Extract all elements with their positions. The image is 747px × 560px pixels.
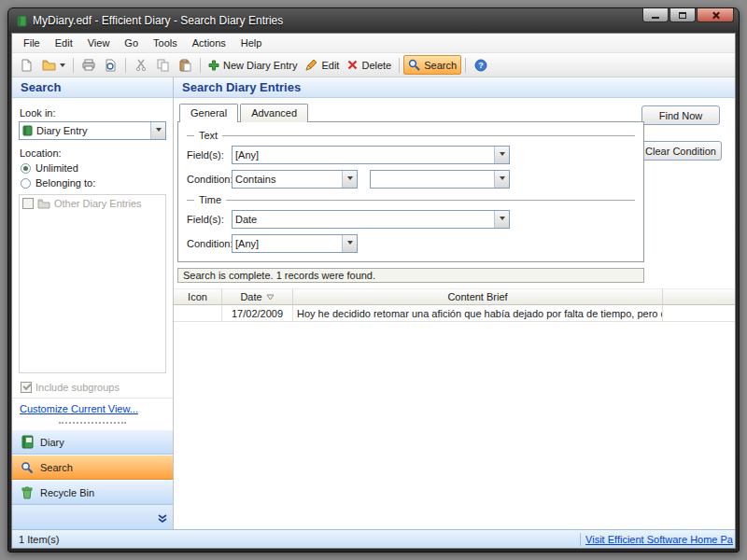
- items-count: 1 Item(s): [19, 534, 575, 545]
- radio-belonging-to[interactable]: Belonging to:: [21, 177, 166, 189]
- diary-book-icon: [22, 125, 33, 136]
- general-tab-panel: Text Field(s): [Any] Condition:: [177, 121, 644, 262]
- paste-button[interactable]: [175, 55, 196, 75]
- dropdown-arrow-icon: [342, 235, 357, 252]
- text-group-label: Text: [199, 130, 218, 141]
- sidebar: Search Look in: Diary Entry Location:: [12, 77, 174, 529]
- configure-buttons-chevron-icon[interactable]: [157, 513, 168, 525]
- search-tabs: General Advanced: [179, 103, 735, 121]
- dropdown-arrow-icon: [342, 171, 357, 188]
- customize-current-view-link[interactable]: Customize Current View...: [20, 403, 138, 414]
- app-icon: [16, 15, 28, 27]
- search-magnifier-icon: [408, 59, 420, 71]
- entry-date-cell: 17/02/2009: [222, 305, 293, 321]
- paste-clipboard-icon: [179, 59, 191, 72]
- dropdown-arrow-icon: [494, 147, 509, 163]
- panel-resize-grip[interactable]: [59, 422, 126, 424]
- column-header-date[interactable]: Date: [222, 289, 293, 305]
- window-title: MyDiary.edf - Efficient Diary - Search D…: [33, 14, 283, 27]
- customize-view-row: Customize Current View...: [12, 398, 173, 417]
- delete-x-icon: [347, 60, 358, 70]
- dropdown-arrow-icon: [494, 211, 509, 228]
- toolbar-separator: [465, 58, 466, 73]
- text-group-header: Text: [187, 130, 635, 141]
- column-header-icon[interactable]: Icon: [174, 289, 222, 305]
- home-page-link[interactable]: Visit Efficient Software Home Pa: [585, 534, 733, 545]
- help-button[interactable]: ?: [470, 55, 491, 75]
- gray-folder-icon: [37, 198, 50, 209]
- tab-advanced[interactable]: Advanced: [240, 104, 308, 122]
- content: Search Look in: Diary Entry Location:: [12, 77, 735, 529]
- time-fields-combobox[interactable]: Date: [232, 210, 510, 229]
- text-condition-combobox[interactable]: Contains: [232, 170, 358, 189]
- clear-condition-button[interactable]: Clear Condition: [640, 141, 722, 161]
- menu-tools[interactable]: Tools: [146, 35, 185, 51]
- entry-content-cell: Hoy he decidido retomar una afición que …: [293, 305, 663, 321]
- table-row[interactable]: 17/02/2009 Hoy he decidido retomar una a…: [174, 305, 735, 322]
- belonging-to-label: Belonging to:: [35, 177, 95, 189]
- look-in-value: Diary Entry: [36, 125, 87, 136]
- print-preview-button[interactable]: [100, 55, 121, 75]
- minimize-button[interactable]: [642, 8, 669, 22]
- condition-label: Condition:: [187, 238, 232, 249]
- delete-entry-button[interactable]: Delete: [344, 55, 395, 75]
- look-in-label: Look in:: [20, 107, 166, 119]
- sort-descending-icon: [266, 294, 275, 301]
- other-diary-entries-checkbox-row: Other Diary Entries: [22, 198, 162, 209]
- open-file-button[interactable]: [38, 55, 69, 75]
- dropdown-arrow-icon: [494, 171, 509, 188]
- search-magnifier-icon: [21, 461, 34, 474]
- new-file-button[interactable]: [16, 55, 37, 75]
- text-fields-combobox[interactable]: [Any]: [232, 146, 510, 164]
- radio-unlimited[interactable]: Unlimited: [21, 162, 166, 174]
- window-body: File Edit View Go Tools Actions Help: [11, 33, 736, 549]
- recycle-bin-icon: [21, 485, 34, 499]
- print-button[interactable]: [78, 55, 99, 75]
- search-toolbar-button[interactable]: Search: [403, 55, 461, 75]
- sidebar-nav-footer: [12, 505, 173, 529]
- time-fields-value: Date: [235, 214, 257, 225]
- sidebar-item-diary[interactable]: Diary: [12, 429, 173, 455]
- new-page-icon: [21, 59, 33, 72]
- sidebar-item-recycle-bin[interactable]: Recycle Bin: [12, 480, 173, 505]
- time-condition-row: Condition: [Any]: [187, 234, 635, 253]
- other-diary-entries-label: Other Diary Entries: [54, 198, 142, 209]
- tab-general[interactable]: General: [179, 104, 238, 122]
- time-condition-combobox[interactable]: [Any]: [232, 234, 358, 253]
- fields-label: Field(s):: [187, 149, 232, 161]
- close-button[interactable]: [697, 8, 734, 22]
- column-header-filler: [663, 289, 735, 305]
- menu-edit[interactable]: Edit: [48, 35, 80, 51]
- menu-file[interactable]: File: [16, 35, 48, 51]
- belonging-groups-listbox: Other Diary Entries: [19, 194, 166, 373]
- menu-view[interactable]: View: [80, 35, 118, 51]
- text-value-combobox[interactable]: [370, 170, 510, 189]
- toolbar-separator: [73, 58, 74, 73]
- text-condition-row: Condition: Contains: [187, 170, 635, 189]
- results-list: Icon Date Content Brief 17/02/2009 Hoy: [174, 288, 735, 529]
- new-diary-entry-button[interactable]: New Diary Entry: [204, 55, 301, 75]
- radio-button-icon: [21, 163, 31, 174]
- app-window: MyDiary.edf - Efficient Diary - Search D…: [7, 7, 740, 553]
- diary-nav-label: Diary: [40, 437, 64, 448]
- menu-actions[interactable]: Actions: [185, 35, 233, 51]
- menubar: File Edit View Go Tools Actions Help: [12, 34, 735, 53]
- titlebar[interactable]: MyDiary.edf - Efficient Diary - Search D…: [11, 8, 736, 33]
- edit-entry-button[interactable]: Edit: [302, 55, 343, 75]
- menu-go[interactable]: Go: [117, 35, 146, 51]
- sidebar-item-search[interactable]: Search: [12, 455, 173, 480]
- help-icon: ?: [474, 59, 487, 72]
- time-group-label: Time: [199, 194, 221, 205]
- maximize-button[interactable]: [669, 8, 696, 22]
- look-in-combobox[interactable]: Diary Entry: [19, 121, 166, 140]
- cut-scissors-icon: [135, 59, 147, 71]
- desktop: MyDiary.edf - Efficient Diary - Search D…: [0, 0, 747, 560]
- toolbar: New Diary Entry Edit Delete Search ?: [12, 53, 735, 77]
- menu-help[interactable]: Help: [233, 35, 270, 51]
- sidebar-header: Search: [12, 77, 173, 98]
- column-header-content-brief[interactable]: Content Brief: [293, 289, 663, 305]
- printer-icon: [82, 59, 95, 71]
- text-condition-value: Contains: [235, 174, 275, 185]
- copy-button: [152, 55, 174, 75]
- svg-text:?: ?: [478, 61, 484, 70]
